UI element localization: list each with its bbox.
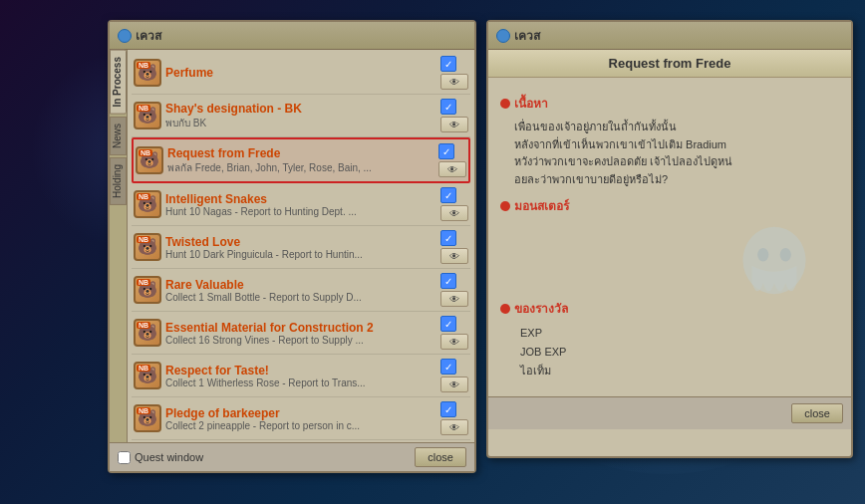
quest-item[interactable]: NB Shay's designation - BK พบกับ BK ✓ 👁 [132, 95, 470, 137]
eye-button[interactable]: 👁 [440, 291, 468, 307]
check-icon[interactable]: ✓ [440, 273, 456, 289]
story-section-header: เนื้อหา [500, 94, 839, 113]
quest-subtitle: Collect 1 Witherless Rose - Report to Tr… [165, 378, 436, 388]
quest-actions: ✓ 👁 [440, 187, 468, 221]
quest-subtitle: Hunt 10 Nagas - Report to Hunting Dept. … [165, 206, 436, 217]
quest-item[interactable]: NB Twisted Love Hunt 10 Dark Pinguicula … [132, 226, 470, 269]
quest-window-checkbox[interactable] [118, 451, 131, 464]
quest-subtitle: Collect 2 pineapple - Report to person i… [165, 420, 436, 431]
svg-point-1 [757, 248, 768, 262]
story-text: เพื่อนของเจ้าอยู่ภายในถ้ำกันทั้งนั้น หลั… [514, 119, 839, 188]
quest-actions: ✓ 👁 [438, 143, 466, 177]
quest-avatar: NB [134, 102, 161, 129]
quest-title: Request from Frede [167, 146, 434, 160]
quest-avatar: NB [134, 190, 161, 218]
quest-title: Intelligent Snakes [165, 192, 436, 206]
quest-avatar: NB [134, 404, 161, 432]
eye-button[interactable]: 👁 [440, 377, 468, 392]
quest-close-button[interactable]: close [415, 447, 466, 467]
eye-button[interactable]: 👁 [440, 248, 468, 264]
quest-item[interactable]: NB Essential Material for Construction 2… [132, 312, 470, 355]
quest-text: Respect for Taste! Collect 1 Witherless … [165, 364, 436, 388]
tab-in-process[interactable]: In Process [110, 50, 127, 115]
svg-point-2 [780, 248, 791, 262]
quest-actions: ✓ 👁 [440, 56, 468, 90]
check-icon[interactable]: ✓ [440, 99, 456, 115]
detail-panel-footer: close [488, 396, 851, 429]
quest-actions: ✓ 👁 [440, 316, 468, 350]
reward-exp: EXP [520, 324, 839, 343]
svg-point-0 [743, 227, 806, 295]
quest-actions: ✓ 👁 [440, 99, 468, 132]
check-icon[interactable]: ✓ [440, 359, 456, 375]
check-icon[interactable]: ✓ [438, 143, 454, 159]
quest-avatar: NB [134, 319, 161, 347]
quest-title: Pledge of barkeeper [165, 406, 436, 420]
quest-subtitle: Collect 1 Small Bottle - Report to Suppl… [165, 292, 436, 303]
quest-actions: ✓ 👁 [440, 273, 468, 307]
quest-text: Twisted Love Hunt 10 Dark Pinguicula - R… [165, 235, 436, 260]
story-label: เนื้อหา [514, 94, 548, 113]
detail-panel-header: เควส [488, 22, 851, 50]
quest-title: Rare Valuable [165, 278, 436, 292]
reward-item: ไอเท็ม [520, 362, 839, 380]
monster-area [500, 221, 839, 291]
check-icon[interactable]: ✓ [440, 56, 456, 72]
quest-avatar: NB [134, 233, 161, 261]
check-icon[interactable]: ✓ [440, 187, 456, 203]
quest-item[interactable]: NB Pledge of barkeeper Collect 2 pineapp… [132, 397, 470, 440]
quest-avatar: NB [134, 362, 161, 389]
quest-actions: ✓ 👁 [440, 359, 468, 392]
quest-title: Perfume [165, 66, 436, 80]
quest-item[interactable]: NB Intelligent Snakes Hunt 10 Nagas - Re… [132, 183, 470, 226]
check-icon[interactable]: ✓ [440, 230, 456, 246]
ghost-decoration [729, 221, 819, 291]
reward-job-exp: JOB EXP [520, 343, 839, 362]
quest-title: Twisted Love [165, 235, 436, 249]
quest-title: Essential Material for Construction 2 [165, 321, 436, 335]
quest-list-panel: เควส In Process News Holding NB Perfume … [108, 20, 476, 473]
quest-text: Essential Material for Construction 2 Co… [165, 321, 436, 346]
quest-text: Rare Valuable Collect 1 Small Bottle - R… [165, 278, 436, 303]
eye-button[interactable]: 👁 [440, 205, 468, 221]
detail-panel-title: เควส [514, 26, 540, 45]
quest-actions: ✓ 👁 [440, 230, 468, 264]
quest-window-label: Quest window [135, 451, 203, 463]
quest-subtitle: พลกัล Frede, Brian, John, Tyler, Rose, B… [167, 160, 434, 175]
quest-text: Shay's designation - BK พบกับ BK [165, 102, 436, 130]
eye-button[interactable]: 👁 [440, 117, 468, 132]
story-dot [500, 99, 510, 109]
quest-panel-header: เควส [110, 22, 474, 50]
eye-button[interactable]: 👁 [440, 419, 468, 435]
header-icon [118, 29, 132, 43]
quest-avatar: NB [134, 276, 161, 304]
quest-subtitle: Collect 16 Strong Vines - Report to Supp… [165, 335, 436, 346]
monster-dot [500, 201, 510, 211]
detail-close-button[interactable]: close [791, 403, 843, 423]
detail-quest-title: Request from Frede [488, 50, 851, 78]
quest-subtitle: Hunt 10 Dark Pinguicula - Report to Hunt… [165, 249, 436, 260]
quest-item[interactable]: NB Respect for Taste! Collect 1 Witherle… [132, 355, 470, 397]
tab-holding[interactable]: Holding [110, 157, 127, 205]
monster-section-header: มอนสเตอร์ [500, 196, 839, 215]
quest-list: NB Perfume ✓ 👁 NB Shay's designation - B… [128, 50, 474, 442]
quest-title: Shay's designation - BK [165, 102, 436, 116]
eye-button[interactable]: 👁 [440, 74, 468, 90]
detail-header-icon [496, 29, 510, 43]
tab-news[interactable]: News [110, 117, 127, 155]
quest-item-selected[interactable]: NB Request from Frede พลกัล Frede, Brian… [132, 137, 470, 183]
quest-window-checkbox-label[interactable]: Quest window [118, 451, 203, 464]
quest-panel-footer: Quest window close [110, 442, 474, 471]
detail-panel: เควส Request from Frede เนื้อหา เพื่อนขอ… [486, 20, 853, 458]
eye-button[interactable]: 👁 [440, 334, 468, 350]
detail-body: เนื้อหา เพื่อนของเจ้าอยู่ภายในถ้ำกันทั้ง… [488, 78, 851, 396]
eye-button[interactable]: 👁 [438, 161, 466, 177]
quest-avatar: NB [136, 146, 163, 174]
check-icon[interactable]: ✓ [440, 401, 456, 417]
check-icon[interactable]: ✓ [440, 316, 456, 332]
quest-item[interactable]: NB Rare Valuable Collect 1 Small Bottle … [132, 269, 470, 312]
quest-avatar: NB [134, 59, 161, 87]
quest-item[interactable]: NB Perfume ✓ 👁 [132, 52, 470, 95]
quest-actions: ✓ 👁 [440, 401, 468, 435]
quest-subtitle: พบกับ BK [165, 116, 436, 130]
